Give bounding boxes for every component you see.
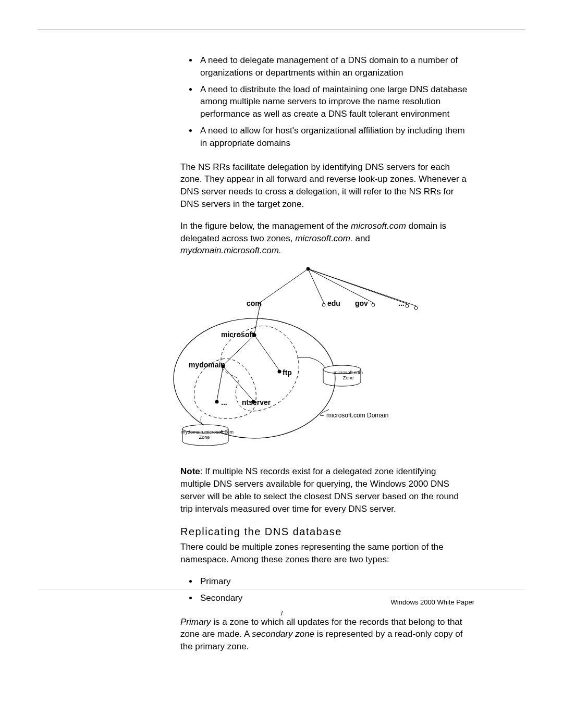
footer-title: Windows 2000 White Paper — [391, 598, 474, 606]
tld-com-label: com — [247, 299, 262, 309]
tld-edu-label: edu — [327, 299, 340, 309]
term-primary: Primary — [180, 617, 211, 627]
svg-line-1 — [308, 269, 324, 303]
domain-name: mydomain.microsoft.com. — [180, 245, 282, 255]
paragraph-replication: There could be multiple zones representi… — [180, 541, 468, 566]
domain-name: microsoft.com — [351, 221, 406, 231]
term-secondary: secondary zone — [252, 629, 314, 639]
top-rule — [38, 29, 525, 30]
svg-line-2 — [308, 269, 373, 303]
ntserver-label: ntserver — [242, 398, 271, 408]
svg-point-8 — [372, 303, 375, 306]
note-text: : If multiple NS records exist for a del… — [180, 466, 459, 513]
svg-point-17 — [278, 370, 282, 374]
note-label: Note — [180, 466, 200, 476]
mydomain-label: mydomain — [189, 360, 225, 371]
bottom-rule — [38, 589, 525, 589]
dns-hierarchy-diagram: com edu gov ... microsoft mydomain ftp .… — [180, 266, 468, 454]
paragraph-primary: Primary is a zone to which all updates f… — [180, 616, 468, 653]
domain-caption: microsoft.com Domain — [326, 411, 388, 420]
zone2-label: mydomain.microsoft.com Zone — [181, 430, 227, 440]
svg-point-9 — [406, 304, 409, 307]
svg-line-12 — [254, 307, 260, 334]
paragraph-figure-intro: In the figure below, the management of t… — [180, 220, 468, 257]
tld-etc-label: ... — [398, 299, 405, 309]
zone1-label: microsoft.com Zone — [329, 371, 367, 381]
svg-line-20 — [223, 366, 253, 401]
svg-point-7 — [322, 303, 325, 306]
svg-line-16 — [254, 335, 279, 371]
note-paragraph: Note: If multiple NS records exist for a… — [180, 465, 468, 515]
svg-line-0 — [260, 269, 308, 303]
tld-gov-label: gov — [355, 299, 368, 309]
svg-point-10 — [414, 306, 418, 310]
list-item: Primary — [198, 575, 468, 588]
text: In the figure below, the management of t… — [180, 221, 351, 231]
domain-name: microsoft.com. — [295, 233, 353, 243]
section-heading: Replicating the DNS database — [180, 524, 468, 539]
svg-point-5 — [307, 267, 310, 271]
svg-line-18 — [217, 366, 223, 401]
list-item: A need to distribute the load of maintai… — [198, 83, 468, 120]
list-item: A need to allow for host's organizationa… — [198, 125, 468, 150]
etc-label: ... — [221, 398, 227, 408]
ftp-label: ftp — [283, 368, 292, 378]
svg-point-19 — [215, 400, 219, 404]
microsoft-label: microsoft — [221, 330, 254, 340]
needs-list: A need to delegate management of a DNS d… — [180, 54, 468, 150]
text: and — [353, 233, 370, 243]
paragraph-ns: The NS RRs facilitate delegation by iden… — [180, 161, 468, 211]
list-item: A need to delegate management of a DNS d… — [198, 54, 468, 79]
footer-page-number: 7 — [0, 610, 563, 617]
